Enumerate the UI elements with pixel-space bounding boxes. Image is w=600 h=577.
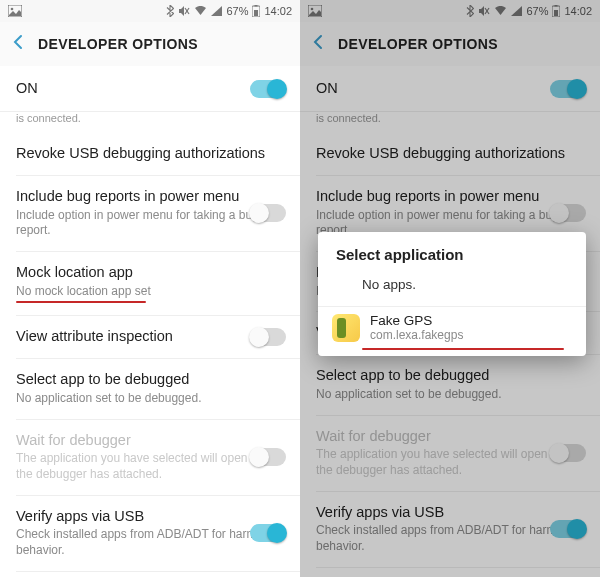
master-toggle xyxy=(550,80,586,98)
signal-icon xyxy=(211,6,222,16)
status-bar: 67% 14:02 xyxy=(300,0,600,22)
master-toggle[interactable] xyxy=(250,80,286,98)
phone-right: 67% 14:02 DEVELOPER OPTIONS ON is connec… xyxy=(300,0,600,577)
signal-icon xyxy=(511,6,522,16)
toggle-wait-debugger xyxy=(550,444,586,462)
row-bug-report[interactable]: Include bug reports in power menu Includ… xyxy=(0,175,300,251)
status-bar: 67% 14:02 xyxy=(0,0,300,22)
highlight-underline xyxy=(16,301,146,303)
settings-list: ON is connected. Revoke USB debugging au… xyxy=(0,66,300,577)
svg-point-1 xyxy=(11,8,14,11)
gallery-icon xyxy=(8,5,22,17)
master-toggle-row[interactable]: ON xyxy=(0,66,300,112)
connected-note: is connected. xyxy=(300,112,600,132)
svg-line-10 xyxy=(485,8,489,14)
connected-note: is connected. xyxy=(0,112,300,132)
clock-text: 14:02 xyxy=(264,5,292,17)
wifi-icon xyxy=(494,6,507,16)
battery-icon xyxy=(552,5,560,17)
svg-rect-13 xyxy=(555,5,558,7)
battery-percent: 67% xyxy=(526,5,548,17)
row-select-debug: Select app to be debugged No application… xyxy=(300,354,600,414)
app-package: com.lexa.fakegps xyxy=(370,328,463,342)
row-revoke-usb[interactable]: Revoke USB debugging authorizations xyxy=(0,132,300,175)
app-header: DEVELOPER OPTIONS xyxy=(300,22,600,66)
page-title: DEVELOPER OPTIONS xyxy=(38,36,198,52)
phone-left: 67% 14:02 DEVELOPER OPTIONS ON is connec… xyxy=(0,0,300,577)
row-wait-debugger: Wait for debugger The application you ha… xyxy=(300,415,600,491)
svg-rect-12 xyxy=(554,10,558,16)
row-wait-debugger: Wait for debugger The application you ha… xyxy=(0,419,300,495)
on-label: ON xyxy=(16,79,38,98)
clock-text: 14:02 xyxy=(564,5,592,17)
dialog-title: Select application xyxy=(318,232,586,271)
gallery-icon xyxy=(308,5,322,17)
back-icon[interactable] xyxy=(310,34,326,54)
row-select-debug[interactable]: Select app to be debugged No application… xyxy=(0,358,300,418)
row-verify-usb[interactable]: Verify apps via USB Check installed apps… xyxy=(0,495,300,571)
back-icon[interactable] xyxy=(10,34,26,54)
highlight-underline xyxy=(362,348,564,350)
battery-percent: 67% xyxy=(226,5,248,17)
toggle-verify-usb xyxy=(550,520,586,538)
row-verify-usb: Verify apps via USB Check installed apps… xyxy=(300,491,600,567)
battery-icon xyxy=(252,5,260,17)
svg-rect-6 xyxy=(255,5,258,7)
row-mock-location[interactable]: Mock location app No mock location app s… xyxy=(0,251,300,315)
row-buffer-size[interactable]: Buffer size for logging 256K per log buf… xyxy=(0,571,300,577)
dialog-app-item[interactable]: Fake GPS com.lexa.fakegps xyxy=(318,307,586,352)
toggle-verify-usb[interactable] xyxy=(250,524,286,542)
toggle-bug-report[interactable] xyxy=(250,204,286,222)
select-application-dialog: Select application No apps. Fake GPS com… xyxy=(318,232,586,356)
app-header: DEVELOPER OPTIONS xyxy=(0,22,300,66)
svg-rect-7 xyxy=(308,5,322,17)
row-view-attribute[interactable]: View attribute inspection xyxy=(0,315,300,358)
toggle-bug-report xyxy=(550,204,586,222)
wifi-icon xyxy=(194,6,207,16)
master-toggle-row: ON xyxy=(300,66,600,112)
mute-icon xyxy=(478,5,490,17)
dialog-no-apps[interactable]: No apps. xyxy=(318,271,586,306)
page-title: DEVELOPER OPTIONS xyxy=(338,36,498,52)
app-name: Fake GPS xyxy=(370,313,463,328)
app-icon xyxy=(332,314,360,342)
svg-rect-5 xyxy=(254,10,258,16)
bluetooth-icon xyxy=(166,5,174,17)
bluetooth-icon xyxy=(466,5,474,17)
svg-line-9 xyxy=(485,8,489,14)
svg-rect-11 xyxy=(552,6,560,17)
toggle-wait-debugger xyxy=(250,448,286,466)
mute-icon xyxy=(178,5,190,17)
row-buffer-size: Buffer size for logging 256K per log buf… xyxy=(300,567,600,577)
svg-point-8 xyxy=(311,8,314,11)
toggle-view-attribute[interactable] xyxy=(250,328,286,346)
row-revoke-usb: Revoke USB debugging authorizations xyxy=(300,132,600,175)
